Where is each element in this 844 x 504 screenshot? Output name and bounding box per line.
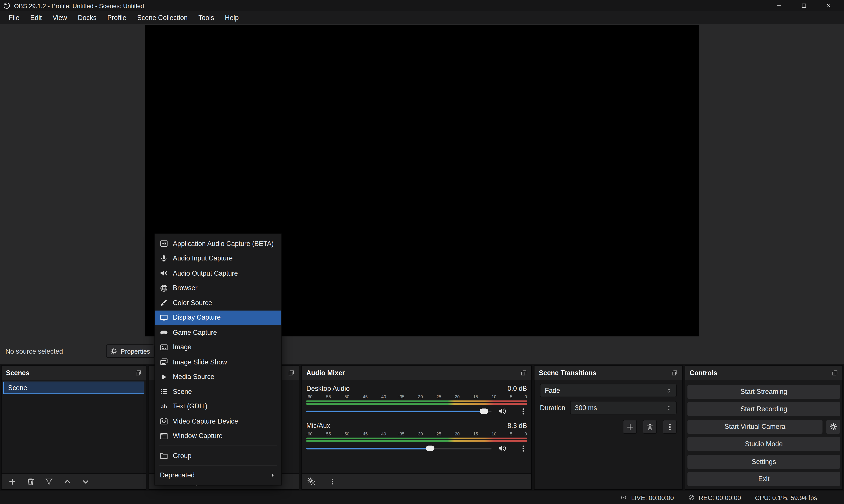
scene-transitions-title: Scene Transitions [539,369,671,377]
image-icon [160,343,168,352]
tick-label: -35 [398,395,404,400]
studio-mode-button[interactable]: Studio Mode [687,437,840,451]
controls-panel: Controls Start Streaming Start Recording… [685,365,843,490]
menu-item-image[interactable]: Image [155,340,281,355]
live-status: LIVE: 00:00:00 [621,494,674,501]
close-button[interactable] [816,0,841,11]
menu-profile[interactable]: Profile [102,11,132,23]
transition-options-button[interactable] [663,420,677,434]
duration-input[interactable]: 300 ms [570,401,677,414]
db-scale: -60 -55 -50 -45 -40 -35 -30 -25 -20 -15 … [306,395,527,400]
menu-item-label: Media Source [173,373,214,380]
move-scene-down-button[interactable] [82,477,90,486]
spinner-arrows-icon[interactable] [666,404,672,412]
menu-item-audio-input-capture[interactable]: Audio Input Capture [155,251,281,266]
slider-handle[interactable] [426,446,435,451]
menu-item-scene[interactable]: Scene [155,384,281,399]
scene-filters-button[interactable] [44,477,53,486]
menu-item-group[interactable]: Group [155,448,281,463]
menu-item-label: Window Capture [173,432,222,440]
menu-item-label: Deprecated [160,471,195,479]
menu-item-game-capture[interactable]: Game Capture [155,325,281,340]
menu-item-color-source[interactable]: Color Source [155,295,281,310]
remove-scene-button[interactable] [26,477,35,486]
scenes-panel-title: Scenes [6,369,135,377]
menu-help[interactable]: Help [219,11,244,23]
application-audio-capture-icon [160,239,168,248]
globe-icon [160,284,168,292]
menu-item-audio-output-capture[interactable]: Audio Output Capture [155,266,281,281]
tick-label: 0 [524,395,527,400]
menu-item-label: Application Audio Capture (BETA) [173,240,274,247]
gear-icon [110,348,118,355]
tick-label: -45 [361,395,367,400]
transition-select[interactable]: Fade [540,384,677,397]
mixer-options-kebab-icon[interactable] [329,477,336,486]
monitor-icon [160,314,168,322]
maximize-icon [801,3,807,8]
menu-item-video-capture-device[interactable]: Video Capture Device [155,414,281,429]
popout-icon[interactable] [135,370,142,376]
start-recording-button[interactable]: Start Recording [687,402,840,416]
audio-mixer-panel: Audio Mixer Desktop Audio 0.0 dB -60 -55… [301,365,532,490]
menu-item-application-audio-capture[interactable]: Application Audio Capture (BETA) [155,236,281,251]
properties-button[interactable]: Properties [106,344,154,358]
menu-bar: File Edit View Docks Profile Scene Colle… [0,11,844,23]
menu-scene-collection[interactable]: Scene Collection [132,11,193,23]
popout-icon[interactable] [671,370,678,376]
minimize-button[interactable] [767,0,791,11]
add-scene-button[interactable] [8,477,17,486]
menu-item-display-capture[interactable]: Display Capture [155,310,281,325]
menu-item-image-slide-show[interactable]: Image Slide Show [155,355,281,370]
popout-icon[interactable] [288,370,294,376]
tick-label: 0 [524,432,527,437]
channel-options-kebab-icon[interactable] [520,444,527,452]
menu-item-media-source[interactable]: Media Source [155,370,281,384]
obs-logo-icon [3,2,10,9]
mute-toggle-speaker-icon[interactable] [498,407,506,415]
advanced-audio-properties-button[interactable] [307,477,316,486]
scene-transitions-body: Fade Duration 300 ms [535,380,682,489]
menu-file[interactable]: File [3,11,25,23]
menu-item-text-gdi[interactable]: ab Text (GDI+) [155,399,281,414]
tick-label: -60 [306,395,312,400]
remove-transition-button[interactable] [643,420,657,434]
slider-fill [306,411,484,412]
menu-item-deprecated[interactable]: Deprecated [155,468,281,483]
menu-docks[interactable]: Docks [73,11,102,23]
menu-item-window-capture[interactable]: Window Capture [155,429,281,443]
popout-icon[interactable] [521,370,527,376]
dock-area: Scenes Scene [0,364,844,491]
gamepad-icon [160,328,168,337]
channel-name: Desktop Audio [306,385,349,392]
tick-label: -5 [508,432,512,437]
channel-options-kebab-icon[interactable] [520,407,527,415]
mute-toggle-speaker-icon[interactable] [498,444,506,453]
start-streaming-button[interactable]: Start Streaming [687,385,840,399]
duration-value: 300 ms [575,404,597,412]
menu-edit[interactable]: Edit [25,11,47,23]
volume-slider[interactable] [306,407,491,415]
exit-button[interactable]: Exit [687,472,840,486]
folder-icon [160,452,168,460]
spinner-arrows-icon[interactable] [666,386,672,394]
add-transition-button[interactable] [623,420,637,434]
move-scene-up-button[interactable] [63,477,71,486]
minimize-icon [776,3,782,8]
audio-mixer-body: Desktop Audio 0.0 dB -60 -55 -50 -45 -40… [302,380,532,473]
settings-button[interactable]: Settings [687,454,840,469]
scene-list-icon [160,388,168,396]
maximize-button[interactable] [791,0,816,11]
scene-list-item[interactable]: Scene [3,382,144,394]
close-icon [826,3,831,8]
start-virtual-camera-button[interactable]: Start Virtual Camera [687,419,823,434]
microphone-icon [160,254,168,263]
menu-tools[interactable]: Tools [193,11,219,23]
menu-view[interactable]: View [47,11,73,23]
slider-handle[interactable] [480,408,488,414]
scenes-toolbar [2,473,146,489]
menu-item-browser[interactable]: Browser [155,281,281,295]
virtual-camera-settings-button[interactable] [826,419,840,434]
volume-slider[interactable] [306,444,491,453]
popout-icon[interactable] [832,370,838,376]
